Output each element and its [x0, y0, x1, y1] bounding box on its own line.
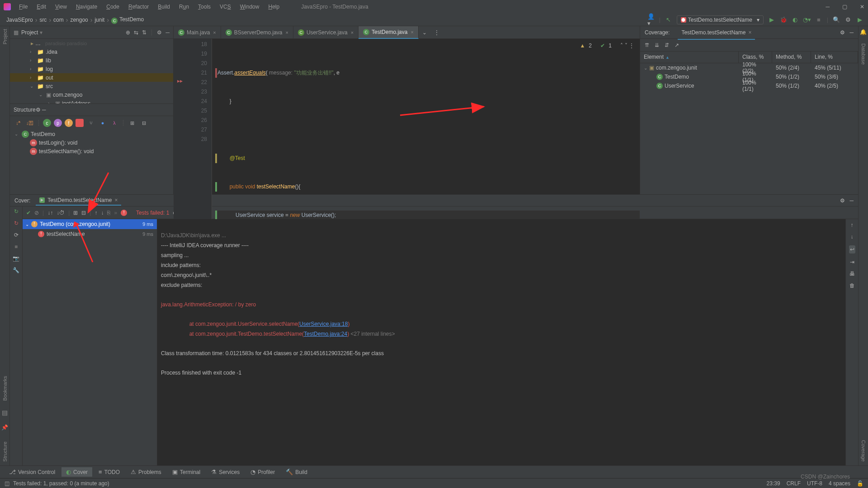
notifications-icon[interactable]: 🔔 [860, 29, 867, 35]
flat-icon[interactable]: ⇊ [655, 42, 659, 48]
export-icon[interactable]: ⎘ [107, 210, 110, 216]
project-stripe[interactable]: Project [2, 29, 8, 44]
menu-view[interactable]: View [52, 2, 71, 12]
learn-icon[interactable]: ▶ [856, 16, 863, 23]
breadcrumb[interactable]: src [38, 16, 48, 24]
status-profiler[interactable]: ◔Profiler [246, 467, 279, 477]
filter-icon[interactable]: ⇵ [665, 42, 669, 48]
menu-window[interactable]: Window [236, 2, 263, 12]
coverage-table[interactable]: Element▲ Class, % Method, % Line, % ⌄▣co… [640, 52, 858, 194]
menu-build[interactable]: Build [154, 2, 174, 12]
tabs-more-icon[interactable]: ⋮ [430, 29, 443, 36]
status-cover[interactable]: ◐Cover [61, 467, 92, 477]
cover-run-tab[interactable]: ▶TestDemo.testSelectName× [36, 196, 121, 206]
next-icon[interactable]: ↓ [101, 210, 104, 216]
menu-navigate[interactable]: Navigate [72, 2, 101, 12]
soft-wrap-icon[interactable]: ↩ [849, 245, 855, 253]
locate-icon[interactable]: ⊕ [126, 29, 130, 36]
run-config-combo[interactable]: ⬤TestDemo.testSelectName▾ [677, 15, 764, 24]
pin-icon[interactable]: 📌 [1, 424, 8, 431]
show-ignored-icon[interactable]: ⊘ [34, 210, 39, 216]
tab-main[interactable]: CMain.java× [174, 26, 221, 39]
rerun-failed-icon[interactable]: ↻ [14, 220, 19, 226]
search-icon[interactable]: 🔍 [833, 16, 840, 23]
anon-icon[interactable]: ● [98, 118, 107, 127]
scroll-to-end-icon[interactable]: ⇥ [850, 259, 854, 265]
footer-encoding[interactable]: UTF-8 [807, 480, 822, 487]
bookmarks-stripe[interactable]: Bookmarks [2, 376, 8, 401]
show-properties-icon[interactable]: p [54, 119, 62, 127]
tab-testdemo[interactable]: CTestDemo.java× [359, 26, 419, 39]
tab-userservice[interactable]: CUserService.java× [293, 26, 359, 39]
tab-bsserverdemo[interactable]: CBSserverDemo.java× [221, 26, 293, 39]
up-icon[interactable]: ⇈ [645, 42, 649, 48]
main-menu[interactable]: File Edit View Navigate Code Refactor Bu… [15, 2, 283, 12]
tabs-dropdown-icon[interactable]: ⌄ [419, 29, 430, 36]
breadcrumb[interactable]: JavaSEpro [5, 16, 35, 24]
collapse-all-icon[interactable]: ⊟ [139, 118, 148, 127]
test-node-testselectname[interactable]: !testSelectName9 ms [23, 229, 157, 239]
stop-icon[interactable]: ■ [14, 244, 18, 250]
coverage-tab[interactable]: TestDemo.testSelectName× [678, 28, 755, 38]
menu-file[interactable]: File [15, 2, 31, 12]
sort-duration-icon[interactable]: ↓⏱ [57, 210, 65, 216]
footer-eol[interactable]: CRLF [787, 480, 801, 487]
show-inherited-icon[interactable]: ⑂ [86, 118, 95, 127]
project-tree[interactable]: ▸…paradisio paradisio ›📁.idea ›📁lib ›📁lo… [10, 39, 173, 103]
stacktrace-link[interactable]: UserService.java:18 [299, 321, 348, 327]
coverage-stripe[interactable]: Coverage [861, 440, 866, 462]
menu-help[interactable]: Help [264, 2, 283, 12]
prev-icon[interactable]: ↑ [94, 210, 97, 216]
status-terminal[interactable]: ▣Terminal [168, 467, 205, 477]
stacktrace-link[interactable]: TestDemo.java:24 [304, 331, 347, 337]
build-icon[interactable]: ↖ [665, 16, 672, 23]
toggle-autotest-icon[interactable]: ⟳ [14, 232, 19, 238]
gear-icon[interactable]: ⚙ [36, 107, 41, 113]
window-minimize-icon[interactable]: ─ [826, 4, 830, 10]
breadcrumb[interactable]: zengoo [68, 16, 90, 24]
sort-icon[interactable]: ↓↑ [47, 210, 53, 216]
clear-icon[interactable]: 🗑 [849, 282, 855, 289]
show-fields-icon[interactable]: f [65, 119, 73, 127]
status-problems[interactable]: ⚠Problems [126, 467, 166, 477]
status-build[interactable]: 🔨Build [281, 467, 312, 477]
menu-code[interactable]: Code [103, 2, 123, 12]
run-icon[interactable]: ▶ [768, 16, 775, 23]
test-node-testdemo[interactable]: ⌄!TestDemo (com.zengoo.junit)9 ms [23, 219, 157, 229]
hide-icon[interactable]: ─ [849, 197, 854, 204]
settings-icon[interactable]: ⚙ [844, 16, 852, 23]
breadcrumb[interactable]: CTestDemo [109, 15, 146, 24]
coverage-icon[interactable]: ◐ [792, 16, 799, 23]
settings-icon[interactable]: 🔧 [13, 267, 19, 273]
rerun-icon[interactable]: ↻ [14, 208, 19, 215]
status-services[interactable]: ⚗Services [207, 467, 244, 477]
user-icon[interactable]: 👤▾ [647, 16, 655, 23]
expand-icon[interactable]: ⊞ [73, 210, 78, 216]
test-tree[interactable]: ⌄!TestDemo (com.zengoo.junit)9 ms !testS… [23, 219, 157, 465]
scroll-down-icon[interactable]: ↓ [851, 234, 854, 240]
status-version-control[interactable]: ⎇Version Control [5, 467, 60, 477]
console-output[interactable]: D:\JavaJDK\bin\java.exe ... ---- Intelli… [157, 219, 845, 465]
hide-icon[interactable]: ─ [165, 29, 170, 36]
show-class-icon[interactable]: c [43, 119, 51, 127]
breadcrumb[interactable]: junit [93, 16, 106, 24]
menu-edit[interactable]: Edit [33, 2, 50, 12]
print-icon[interactable]: 🖶 [849, 271, 855, 277]
export-icon[interactable]: ↗ [675, 42, 679, 48]
collapse-icon[interactable]: ⇅ [142, 29, 146, 36]
menu-run[interactable]: Run [175, 2, 193, 12]
hide-icon[interactable]: ─ [849, 29, 854, 36]
dump-icon[interactable]: 📷 [13, 255, 19, 262]
structure-stripe[interactable]: Structure [2, 441, 8, 462]
sort-visibility-icon[interactable]: ↓⚿ [25, 118, 34, 127]
footer-indent[interactable]: 4 spaces [829, 480, 850, 487]
lambda-icon[interactable]: λ [110, 118, 119, 127]
sort-icon[interactable]: ↓ª [14, 118, 23, 127]
expand-icon[interactable]: ⇆ [134, 29, 138, 36]
menu-refactor[interactable]: Refactor [125, 2, 152, 12]
gear-icon[interactable]: ⚙ [840, 197, 845, 204]
breadcrumb[interactable]: com [52, 16, 66, 24]
gear-icon[interactable]: ⚙ [157, 29, 162, 36]
lock-icon[interactable]: 🔓 [857, 480, 863, 487]
editor-tabs[interactable]: CMain.java× CBSserverDemo.java× CUserSer… [174, 26, 640, 39]
